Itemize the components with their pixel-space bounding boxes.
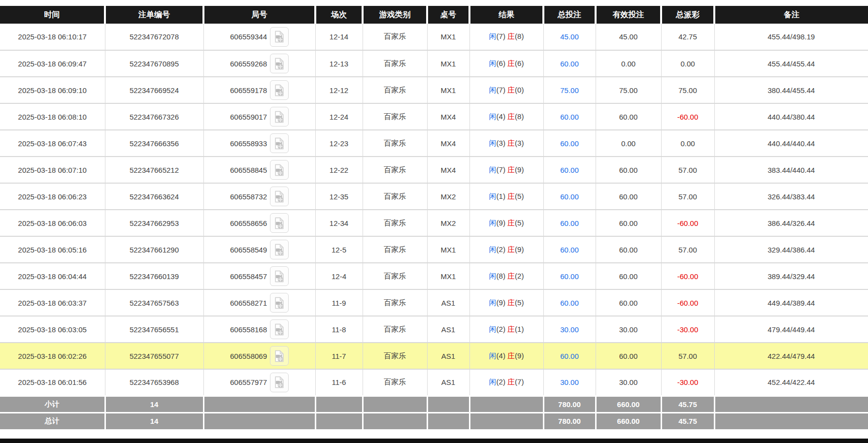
cell-result: 闲(2) 庄(9) [469, 236, 543, 263]
cell-time: 2025-03-18 06:09:47 [0, 50, 105, 77]
player-score: (2) [497, 325, 505, 333]
video-replay-button[interactable] [270, 187, 289, 206]
round-number: 606558656 [230, 219, 267, 227]
cell-time: 2025-03-18 06:04:44 [0, 263, 105, 289]
cell-table-no: MX1 [427, 77, 469, 103]
video-replay-button[interactable] [270, 54, 289, 73]
film-document-icon [274, 297, 285, 309]
header-row: 时间 注单编号 局号 场次 游戏类别 桌号 结果 总投注 有效投注 总派彩 备注 [0, 6, 868, 24]
table-row: 2025-03-18 06:09:10 522347669524 6065591… [0, 77, 868, 103]
cell-valid-bet: 60.00 [596, 263, 661, 289]
cell-round-no: 606558271 [203, 289, 315, 316]
film-document-icon [274, 350, 285, 362]
cell-valid-bet: 0.00 [596, 50, 661, 77]
player-label: 闲 [489, 298, 497, 307]
cell-table-no: MX4 [427, 103, 469, 130]
cell-time: 2025-03-18 06:02:26 [0, 343, 105, 369]
cell-remark: 383.44/440.44 [714, 157, 868, 183]
col-header-bet-id: 注单编号 [105, 6, 203, 24]
subtotal-empty-cell [714, 396, 868, 412]
cell-total-bet[interactable]: 60.00 [543, 103, 596, 130]
cell-total-bet[interactable]: 45.00 [543, 24, 596, 50]
cell-total-bet[interactable]: 60.00 [543, 210, 596, 236]
cell-valid-bet: 60.00 [596, 236, 661, 263]
video-replay-button[interactable] [270, 240, 289, 259]
cell-table-no: AS1 [427, 289, 469, 316]
video-replay-button[interactable] [270, 107, 289, 127]
player-label: 闲 [489, 219, 497, 227]
cell-time: 2025-03-18 06:09:10 [0, 77, 105, 103]
cell-round-no: 606559268 [203, 50, 315, 77]
banker-label: 庄 [507, 245, 515, 253]
video-replay-button[interactable] [270, 160, 289, 180]
round-number: 606559344 [230, 32, 267, 41]
player-label: 闲 [489, 192, 497, 200]
banker-score: (0) [515, 86, 524, 94]
cell-remark: 326.44/383.44 [714, 183, 868, 210]
cell-valid-bet: 60.00 [596, 103, 661, 130]
player-score: (6) [497, 59, 505, 67]
cell-bet-id: 522347669524 [105, 77, 203, 103]
video-replay-button[interactable] [270, 27, 289, 47]
cell-bet-id: 522347670895 [105, 50, 203, 77]
cell-total-bet[interactable]: 30.00 [543, 316, 596, 343]
cell-total-payout: 75.00 [661, 77, 714, 103]
cell-total-bet[interactable]: 60.00 [543, 236, 596, 263]
video-replay-button[interactable] [270, 133, 289, 153]
cell-remark: 449.44/389.44 [714, 289, 868, 316]
cell-total-bet[interactable]: 60.00 [543, 183, 596, 210]
video-replay-button[interactable] [270, 293, 289, 313]
cell-total-bet[interactable]: 60.00 [543, 157, 596, 183]
cell-table-no: AS1 [427, 316, 469, 343]
cell-result: 闲(4) 庄(9) [469, 343, 543, 369]
cell-total-payout: -60.00 [661, 263, 714, 289]
cell-total-bet[interactable]: 60.00 [543, 343, 596, 369]
round-number: 606558732 [230, 192, 267, 201]
col-header-session: 场次 [315, 6, 363, 24]
table-row: 2025-03-18 06:01:56 522347653968 6065579… [0, 369, 868, 396]
table-row: 2025-03-18 06:03:05 522347656551 6065581… [0, 316, 868, 343]
cell-total-bet[interactable]: 60.00 [543, 263, 596, 289]
video-replay-button[interactable] [270, 346, 289, 366]
banker-score: (6) [515, 59, 524, 67]
round-number: 606559268 [230, 60, 267, 68]
cell-total-bet[interactable]: 60.00 [543, 289, 596, 316]
cell-time: 2025-03-18 06:06:03 [0, 210, 105, 236]
col-header-time: 时间 [0, 6, 105, 24]
video-replay-button[interactable] [270, 266, 289, 286]
grand-total-empty-cell [363, 412, 427, 429]
cell-total-payout: 57.00 [661, 183, 714, 210]
col-header-total-payout: 总派彩 [661, 6, 714, 24]
cell-total-bet[interactable]: 60.00 [543, 50, 596, 77]
cell-valid-bet: 60.00 [596, 183, 661, 210]
cell-total-bet[interactable]: 60.00 [543, 130, 596, 157]
video-replay-button[interactable] [270, 80, 289, 100]
video-replay-button[interactable] [270, 213, 289, 233]
cell-valid-bet: 60.00 [596, 289, 661, 316]
subtotal-valid-bet: 660.00 [596, 396, 661, 412]
bottom-bar [0, 439, 868, 443]
banker-label: 庄 [507, 86, 515, 94]
cell-time: 2025-03-18 06:08:10 [0, 103, 105, 130]
cell-remark: 386.44/326.44 [714, 210, 868, 236]
cell-remark: 422.44/479.44 [714, 343, 868, 369]
cell-round-no: 606558069 [203, 343, 315, 369]
cell-time: 2025-03-18 06:07:43 [0, 130, 105, 157]
cell-remark: 389.44/329.44 [714, 263, 868, 289]
cell-game-type: 百家乐 [363, 236, 427, 263]
cell-remark: 440.44/380.44 [714, 103, 868, 130]
player-label: 闲 [489, 59, 497, 67]
banker-label: 庄 [507, 139, 515, 147]
cell-valid-bet: 45.00 [596, 24, 661, 50]
cell-game-type: 百家乐 [363, 316, 427, 343]
cell-session: 12-23 [315, 130, 363, 157]
cell-table-no: MX4 [427, 130, 469, 157]
cell-total-bet[interactable]: 75.00 [543, 77, 596, 103]
film-document-icon [274, 111, 285, 123]
cell-result: 闲(3) 庄(3) [469, 130, 543, 157]
video-replay-button[interactable] [270, 373, 289, 392]
cell-valid-bet: 75.00 [596, 77, 661, 103]
cell-total-bet[interactable]: 30.00 [543, 369, 596, 396]
video-replay-button[interactable] [270, 319, 289, 339]
cell-bet-id: 522347667326 [105, 103, 203, 130]
